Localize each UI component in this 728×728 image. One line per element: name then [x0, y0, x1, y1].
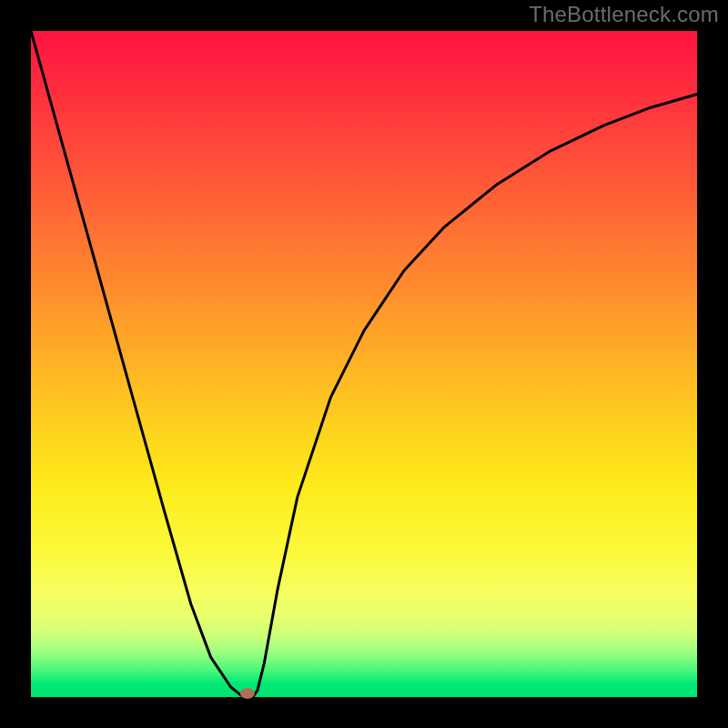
curve-line — [31, 31, 697, 697]
chart-frame: TheBottleneck.com — [0, 0, 728, 728]
bottleneck-curve — [31, 31, 697, 697]
minimum-marker — [240, 688, 255, 699]
watermark-label: TheBottleneck.com — [529, 2, 719, 27]
plot-area — [31, 31, 697, 697]
